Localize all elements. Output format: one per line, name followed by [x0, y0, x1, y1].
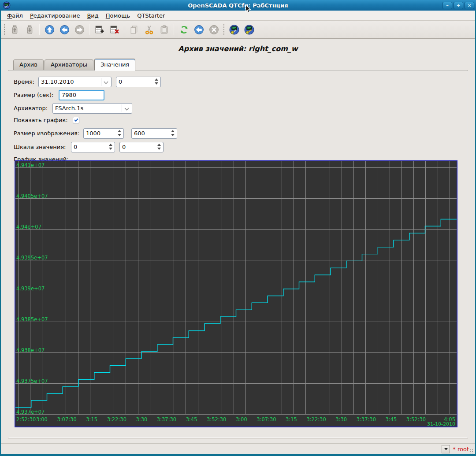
svg-text:3:15: 3:15 [86, 416, 97, 423]
svg-text:3:07:30: 3:07:30 [257, 416, 276, 423]
size-value: 7980 [62, 92, 76, 98]
up-icon [44, 24, 55, 35]
svg-text:3:00: 3:00 [36, 416, 48, 423]
tab-pane: Время: 31.10.2010 04:05:00 0 Размер (сек… [8, 70, 468, 438]
image-width-value: 1000 [86, 130, 100, 137]
paste-icon [159, 24, 170, 35]
resize-grip[interactable] [470, 449, 474, 453]
tab-архив[interactable]: Архив [13, 59, 44, 70]
show-graph-label: Показать график: [14, 115, 68, 126]
menu-item-файл[interactable]: Файл [4, 11, 26, 20]
window-title: OpenSCADA QTCfg: РабСтнция [0, 2, 476, 9]
svg-text:4.94e+07: 4.94e+07 [16, 224, 41, 230]
svg-text:3:45: 3:45 [385, 416, 397, 423]
svg-text:4.937e+07: 4.937e+07 [16, 409, 45, 415]
scale-min-value: 0 [74, 144, 77, 150]
spin-down-icon [155, 82, 158, 85]
delete-item-icon [109, 24, 120, 35]
back-icon [59, 24, 70, 35]
paste-button [157, 22, 171, 37]
time-usec-spinbox[interactable]: 0 [116, 77, 161, 87]
svg-text:3:00: 3:00 [236, 416, 247, 423]
triangle-down-icon [444, 448, 448, 450]
svg-text:3:07:30: 3:07:30 [57, 416, 76, 423]
statusbar: * root [1, 443, 475, 454]
tab-архиваторы[interactable]: Архиваторы [45, 59, 93, 70]
menu-item-qtstarter[interactable]: QTStarter [134, 11, 168, 20]
archiver-value: FSArch.1s [55, 105, 83, 111]
svg-text:3:22:30: 3:22:30 [306, 416, 326, 423]
status-user: * root [453, 446, 469, 452]
status-dropdown-button[interactable] [442, 445, 450, 453]
image-height-value: 600 [134, 130, 145, 137]
load-icon [9, 24, 20, 35]
toolbar-separator [89, 24, 89, 35]
archiver-label: Архиватор: [14, 103, 48, 114]
show-graph-checkbox[interactable] [73, 117, 79, 123]
svg-text:4.9405e+07: 4.9405e+07 [16, 193, 48, 199]
add-item-button[interactable] [92, 22, 106, 37]
tabbar: АрхивАрхиваторыЗначения [13, 59, 136, 70]
svg-text:3:22:30: 3:22:30 [107, 416, 126, 423]
svg-text:3:30: 3:30 [335, 416, 347, 423]
size-label: Размер (сек): [14, 90, 53, 100]
value-trend-chart: 4.941e+074.9405e+074.94e+074.9395e+074.9… [15, 160, 457, 427]
titlebar: OpenSCADA QTCfg: РабСтнция – + × [0, 0, 476, 11]
image-size-label: Размер изображения: [14, 128, 79, 139]
image-height-spinbox[interactable]: 600 [131, 128, 177, 139]
stop-icon [208, 24, 219, 35]
chevron-down-icon [125, 106, 129, 111]
tab-значения[interactable]: Значения [94, 59, 135, 70]
svg-text:4.938e+07: 4.938e+07 [16, 347, 45, 353]
start-button[interactable] [192, 22, 206, 37]
qtstarter-config-button[interactable] [227, 22, 241, 37]
menu-item-вид[interactable]: Вид [83, 11, 102, 20]
check-icon [74, 118, 78, 122]
app-window: OpenSCADA QTCfg: РабСтнция – + × ФайлРед… [0, 0, 476, 456]
spin-down-icon [118, 134, 121, 136]
save-button [22, 22, 37, 37]
svg-text:3:52:30: 3:52:30 [406, 416, 426, 423]
scale-max-spinbox[interactable]: 0 [119, 142, 164, 152]
delete-item-button[interactable] [107, 22, 121, 37]
copy-icon [129, 24, 140, 35]
up-button[interactable] [42, 22, 56, 37]
forward-button [72, 22, 86, 37]
time-value: 31.10.2010 04:05:00 [41, 78, 74, 87]
svg-text:3:15: 3:15 [286, 416, 297, 423]
spin-up-icon [118, 130, 121, 132]
minimize-button[interactable]: – [443, 2, 452, 9]
save-icon [24, 24, 35, 35]
cut-button[interactable] [142, 22, 156, 37]
value-scale-label: Шкала значения: [14, 142, 66, 152]
load-button [7, 22, 22, 37]
menubar: ФайлРедактированиеВидПомощьQTStarter [1, 11, 475, 21]
svg-text:31-10-2010: 31-10-2010 [427, 421, 455, 426]
refresh-button[interactable] [177, 22, 191, 37]
scale-max-value: 0 [122, 144, 126, 150]
cut-icon [144, 24, 155, 35]
size-input[interactable]: 7980 [59, 90, 104, 100]
toolbar-handle[interactable] [3, 23, 6, 36]
toolbar-separator [39, 24, 40, 35]
archiver-combobox[interactable]: FSArch.1s [52, 103, 132, 114]
svg-text:4.9385e+07: 4.9385e+07 [16, 316, 48, 323]
image-width-spinbox[interactable]: 1000 [83, 128, 124, 139]
scale-min-spinbox[interactable]: 0 [71, 142, 115, 152]
menu-item-редактирование[interactable]: Редактирование [26, 11, 83, 20]
copy-button [127, 22, 141, 37]
refresh-icon [178, 24, 190, 35]
spin-up-icon [155, 78, 158, 81]
svg-text:4.9375e+07: 4.9375e+07 [16, 378, 48, 384]
svg-text:3:37:30: 3:37:30 [357, 416, 376, 423]
time-label: Время: [14, 77, 34, 87]
trend-plot: 4.941e+074.9405e+074.94e+074.9395e+074.9… [15, 161, 457, 426]
menu-item-помощь[interactable]: Помощь [102, 11, 134, 20]
maximize-button[interactable]: + [454, 2, 463, 9]
back-button[interactable] [57, 22, 71, 37]
stop-button [207, 22, 221, 37]
qtstarter-edit-button[interactable] [242, 22, 256, 37]
close-button[interactable]: × [465, 2, 474, 9]
toolbar-handle[interactable] [223, 23, 225, 36]
time-combobox[interactable]: 31.10.2010 04:05:00 [38, 77, 112, 87]
